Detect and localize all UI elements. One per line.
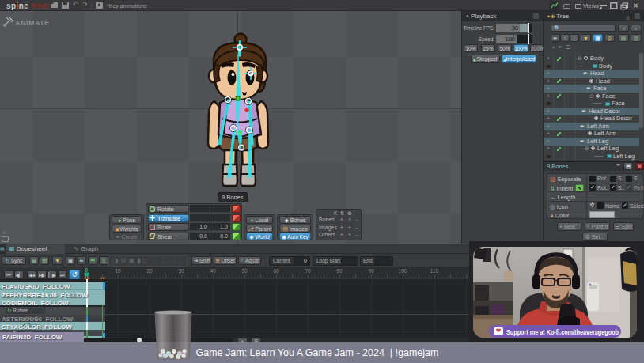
svg-text:Support me at Ko-fi.com/theave: Support me at Ko-fi.com/theaveragegoob [506,328,619,336]
